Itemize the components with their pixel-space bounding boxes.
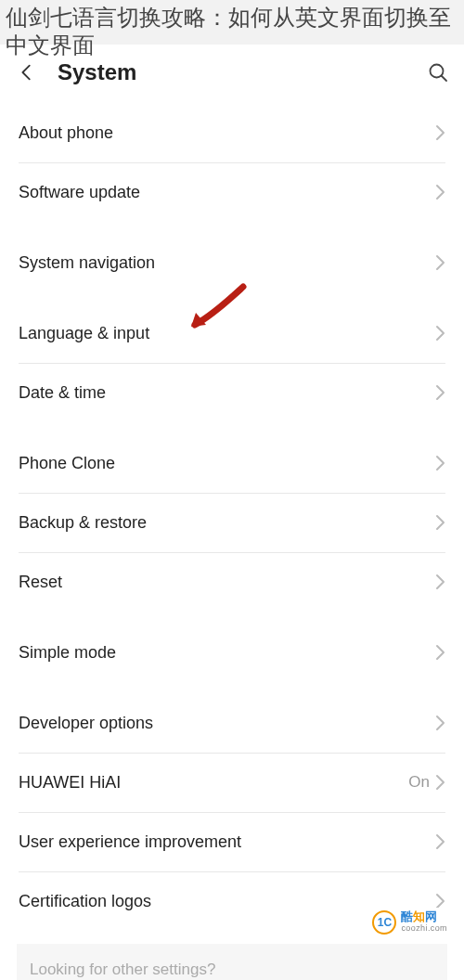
row-label: Software update [19, 183, 435, 202]
row-label: Simple mode [19, 643, 435, 663]
settings-group: Phone Clone Backup & restore Reset [0, 433, 464, 612]
watermark-brand: 酷知网 [401, 911, 447, 922]
chevron-right-icon [435, 715, 445, 731]
row-reset[interactable]: Reset [0, 552, 464, 612]
row-about-phone[interactable]: About phone [0, 103, 464, 162]
back-button[interactable] [13, 58, 41, 86]
row-system-navigation[interactable]: System navigation [0, 233, 464, 292]
watermark-domain: coozhi.com [401, 922, 447, 934]
chevron-right-icon [435, 774, 445, 791]
chevron-right-icon [435, 384, 445, 401]
back-arrow-icon [17, 62, 37, 83]
chevron-right-icon [435, 184, 445, 200]
row-label: Phone Clone [19, 454, 435, 473]
chevron-right-icon [435, 254, 445, 271]
chevron-right-icon [435, 124, 445, 141]
settings-group: Simple mode [0, 623, 464, 682]
chevron-right-icon [435, 325, 445, 342]
row-label: User experience improvement [19, 832, 435, 852]
chevron-right-icon [435, 644, 445, 661]
row-backup-restore[interactable]: Backup & restore [0, 493, 464, 552]
row-phone-clone[interactable]: Phone Clone [0, 433, 464, 493]
search-icon [427, 61, 449, 84]
chevron-right-icon [435, 514, 445, 531]
settings-group: Developer options HUAWEI HiAI On User ex… [0, 693, 464, 931]
watermark-stamp: 1C 酷知网 coozhi.com [365, 908, 455, 937]
search-button[interactable] [425, 59, 451, 85]
row-label: Language & input [19, 324, 435, 343]
row-label: System navigation [19, 253, 435, 273]
row-label: Backup & restore [19, 513, 435, 533]
page-title: System [58, 59, 425, 85]
watermark-badge-icon: 1C [372, 910, 396, 935]
row-date-time[interactable]: Date & time [0, 363, 464, 422]
row-language-input[interactable]: Language & input [0, 303, 464, 363]
row-developer-options[interactable]: Developer options [0, 693, 464, 753]
row-label: Reset [19, 573, 435, 592]
chevron-right-icon [435, 455, 445, 471]
footer-hint: Looking for other settings? [17, 944, 447, 980]
settings-group: About phone Software update [0, 103, 464, 222]
chevron-right-icon [435, 574, 445, 590]
row-simple-mode[interactable]: Simple mode [0, 623, 464, 682]
svg-line-1 [442, 76, 447, 82]
row-huawei-hiai[interactable]: HUAWEI HiAI On [0, 753, 464, 812]
chevron-right-icon [435, 833, 445, 850]
settings-group: Language & input Date & time [0, 303, 464, 422]
row-user-experience[interactable]: User experience improvement [0, 812, 464, 871]
header-bar: System [0, 45, 464, 100]
row-label: Date & time [19, 383, 435, 403]
row-software-update[interactable]: Software update [0, 162, 464, 222]
row-label: About phone [19, 123, 435, 143]
row-value: On [408, 773, 430, 792]
row-label: HUAWEI HiAI [19, 773, 408, 793]
settings-group: System navigation [0, 233, 464, 292]
settings-screen: System About phone Software update Syste… [0, 45, 464, 980]
row-label: Developer options [19, 714, 435, 733]
